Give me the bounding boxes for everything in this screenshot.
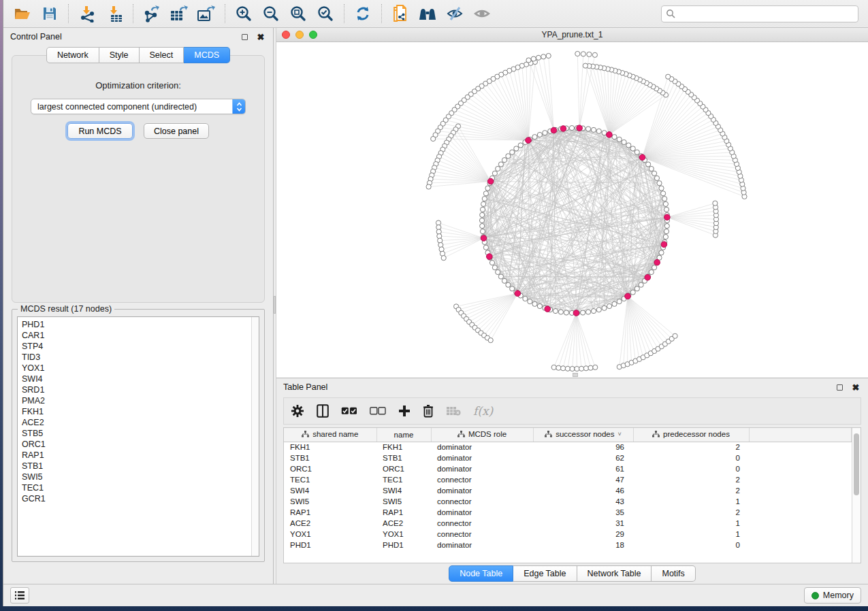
cell[interactable]: YOX1 — [284, 529, 376, 540]
network-node[interactable] — [612, 301, 617, 306]
cell[interactable]: connector — [431, 529, 533, 540]
cell[interactable]: 0 — [633, 452, 749, 463]
mcds-result-list[interactable]: PHD1CAR1STP4TID3YOX1SWI4SRD1PMA2FKH1ACE2… — [17, 316, 259, 557]
network-node[interactable] — [498, 274, 503, 279]
network-node[interactable] — [622, 139, 626, 144]
tab-network-table[interactable]: Network Table — [577, 565, 652, 582]
network-node[interactable] — [518, 143, 523, 148]
mcds-hub-node[interactable] — [560, 126, 566, 132]
cell[interactable]: PHD1 — [376, 540, 431, 550]
cell[interactable]: 1 — [633, 529, 749, 540]
cell[interactable] — [749, 507, 852, 518]
cell[interactable]: 2 — [633, 485, 749, 496]
network-node[interactable] — [546, 53, 551, 58]
network-node[interactable] — [575, 51, 580, 56]
hide-panels-button[interactable] — [441, 2, 468, 25]
cell[interactable]: connector — [431, 496, 533, 507]
network-node[interactable] — [488, 338, 493, 343]
network-node[interactable] — [581, 310, 585, 315]
network-canvas[interactable] — [276, 42, 868, 378]
cell[interactable]: 46 — [533, 485, 633, 496]
network-node[interactable] — [506, 282, 511, 287]
cell[interactable]: PHD1 — [284, 540, 376, 550]
cell[interactable]: ORC1 — [376, 463, 431, 474]
network-node[interactable] — [532, 135, 537, 139]
export-image-button[interactable] — [193, 2, 220, 25]
network-node[interactable] — [485, 186, 490, 191]
mcds-result-item[interactable]: TID3 — [22, 352, 251, 363]
network-node[interactable] — [483, 245, 488, 250]
network-node[interactable] — [523, 296, 528, 301]
cell[interactable]: 0 — [633, 540, 749, 550]
network-node[interactable] — [591, 127, 596, 132]
mcds-result-item[interactable]: SWI4 — [22, 374, 251, 384]
network-node[interactable] — [561, 366, 566, 371]
import-network-button[interactable] — [74, 2, 101, 25]
network-node[interactable] — [492, 265, 497, 270]
cell[interactable]: 18 — [533, 540, 633, 550]
network-node[interactable] — [480, 207, 485, 212]
network-node[interactable] — [596, 308, 601, 312]
cell[interactable] — [749, 452, 852, 463]
gear-button[interactable] — [291, 404, 304, 418]
network-node[interactable] — [581, 52, 585, 56]
network-node[interactable] — [592, 52, 597, 57]
float-table-panel-button[interactable] — [834, 382, 845, 393]
mcds-result-item[interactable]: PMA2 — [22, 395, 251, 406]
cell[interactable]: dominator — [431, 463, 533, 474]
horizontal-splitter-grip[interactable] — [573, 373, 578, 377]
network-node[interactable] — [480, 229, 485, 234]
network-node[interactable] — [569, 126, 574, 131]
network-node[interactable] — [551, 365, 556, 369]
optimization-criterion-dropdown[interactable]: largest connected component (undirected) — [31, 99, 246, 114]
cell[interactable]: 62 — [533, 452, 633, 463]
close-panel-button[interactable]: ✖ — [255, 31, 266, 42]
cell[interactable]: 0 — [633, 463, 749, 474]
tab-select[interactable]: Select — [140, 47, 184, 63]
delete-column-button[interactable] — [423, 404, 434, 418]
table-row[interactable]: RAP1RAP1dominator352 — [284, 507, 852, 518]
cell[interactable] — [749, 474, 852, 485]
network-node[interactable] — [531, 56, 536, 61]
network-node[interactable] — [483, 191, 488, 196]
mcds-hub-node[interactable] — [654, 259, 660, 265]
cell[interactable]: dominator — [431, 442, 533, 452]
mcds-hub-node[interactable] — [487, 254, 493, 260]
column-header-MCDS-role[interactable]: MCDS role — [431, 428, 533, 442]
network-node[interactable] — [630, 146, 635, 151]
zoom-fit-button[interactable] — [285, 2, 312, 25]
network-node[interactable] — [498, 162, 503, 167]
cell[interactable]: 29 — [533, 529, 633, 540]
cell[interactable]: FKH1 — [376, 442, 431, 452]
zoom-out-button[interactable] — [257, 2, 285, 25]
mcds-hub-node[interactable] — [645, 274, 651, 280]
network-node[interactable] — [564, 310, 568, 315]
network-node[interactable] — [482, 197, 487, 201]
save-session-button[interactable] — [36, 2, 63, 25]
mcds-result-item[interactable]: SRD1 — [22, 384, 251, 395]
cell[interactable]: STB1 — [284, 452, 376, 463]
cell[interactable]: 43 — [533, 496, 633, 507]
network-node[interactable] — [496, 269, 500, 274]
cell[interactable]: 1 — [633, 518, 749, 529]
refresh-button[interactable] — [349, 2, 376, 25]
cell[interactable]: SWI5 — [284, 496, 376, 507]
network-node[interactable] — [673, 333, 677, 338]
cell[interactable] — [749, 529, 852, 540]
import-table-button[interactable] — [101, 2, 128, 25]
mcds-hub-node[interactable] — [664, 214, 671, 220]
network-node[interactable] — [528, 299, 532, 304]
search-network-button[interactable] — [414, 2, 441, 25]
network-node[interactable] — [586, 127, 591, 131]
cell[interactable]: ORC1 — [284, 463, 376, 474]
network-node[interactable] — [502, 278, 507, 283]
network-node[interactable] — [664, 224, 669, 229]
cell[interactable]: connector — [431, 518, 533, 529]
table-row[interactable]: TEC1TEC1connector472 — [284, 474, 852, 485]
cell[interactable]: 35 — [533, 507, 633, 518]
cell[interactable]: ACE2 — [284, 518, 376, 529]
cell[interactable]: RAP1 — [284, 507, 376, 518]
tab-mcds[interactable]: MCDS — [184, 47, 230, 63]
cell[interactable] — [749, 496, 852, 507]
network-node[interactable] — [617, 137, 622, 142]
